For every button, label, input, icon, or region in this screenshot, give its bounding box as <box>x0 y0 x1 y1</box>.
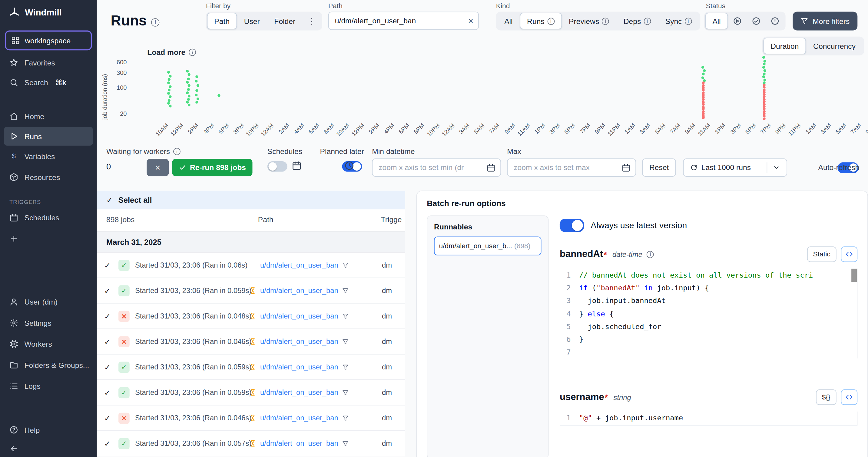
filter-by-path-icon[interactable] <box>342 440 349 447</box>
sidebar-item-folders-groups[interactable]: Folders & Groups... <box>0 354 97 375</box>
run-dot-success[interactable] <box>186 70 189 73</box>
run-dot-success[interactable] <box>187 73 190 76</box>
run-dot-failure[interactable] <box>702 117 705 119</box>
row-checkbox[interactable] <box>104 439 119 448</box>
run-dot-success[interactable] <box>764 69 766 72</box>
select-all-row[interactable]: Select all <box>97 191 405 209</box>
run-dot-success[interactable] <box>187 104 190 106</box>
filter-by-user-button[interactable]: User <box>237 13 267 29</box>
run-dot-success[interactable] <box>187 88 190 91</box>
status-all-button[interactable]: All <box>705 13 728 29</box>
filter-by-path-button[interactable]: Path <box>207 13 237 29</box>
select-all-checkbox[interactable] <box>106 196 113 204</box>
run-dot-success[interactable] <box>196 89 198 92</box>
run-dot-success[interactable] <box>764 60 766 62</box>
run-dot-success[interactable] <box>169 105 172 107</box>
code-editor-toggle-button[interactable] <box>841 390 858 405</box>
collapse-sidebar-button[interactable] <box>0 440 97 457</box>
app-logo[interactable]: Windmill <box>0 0 97 24</box>
run-dot-success[interactable] <box>186 81 189 83</box>
calendar-icon[interactable] <box>487 163 495 172</box>
bannedat-code-editor[interactable]: 1234567 // bannedAt does not exist on al… <box>560 268 858 359</box>
sidebar-item-home[interactable]: Home <box>0 106 97 127</box>
reset-button[interactable]: Reset <box>642 159 676 177</box>
sidebar-item-help[interactable]: Help <box>0 420 97 440</box>
run-path-link[interactable]: u/dm/alert_on_user_ban <box>260 286 338 294</box>
add-trigger-button[interactable] <box>0 228 97 249</box>
run-dot-success[interactable] <box>702 76 704 79</box>
code-lines[interactable]: // bannedAt does not exist on all versio… <box>579 268 857 359</box>
rerun-jobs-button[interactable]: Re-run 898 jobs <box>172 159 253 176</box>
run-dot-success[interactable] <box>167 71 170 74</box>
run-dot-success[interactable] <box>763 63 766 65</box>
tab-concurrency[interactable]: Concurrency <box>806 37 863 54</box>
sidebar-item-logs[interactable]: Logs <box>0 375 97 396</box>
clear-path-filter-button[interactable] <box>468 16 473 26</box>
kind-previews-button[interactable]: Previews <box>561 13 616 29</box>
kind-deps-button[interactable]: Deps <box>616 13 658 29</box>
latest-version-toggle[interactable] <box>560 219 584 232</box>
row-checkbox[interactable] <box>104 413 119 422</box>
run-dot-success[interactable] <box>168 99 170 102</box>
kind-runs-button[interactable]: Runs <box>520 13 561 29</box>
run-row[interactable]: Started 31/03, 23:06 (Ran in 0.059s) u/d… <box>97 278 405 304</box>
run-dot-success[interactable] <box>195 94 198 96</box>
path-filter-input[interactable] <box>334 16 465 25</box>
kind-all-button[interactable]: All <box>497 13 520 29</box>
sidebar-item-search[interactable]: Search ⌘k <box>0 73 97 92</box>
run-dot-success[interactable] <box>186 91 189 94</box>
run-row[interactable]: Started 31/03, 23:06 (Ran in 0.046s) u/d… <box>97 405 405 431</box>
status-success-button[interactable] <box>747 13 766 29</box>
run-dot-success[interactable] <box>763 73 766 75</box>
code-editor-toggle-button[interactable] <box>841 247 858 262</box>
filter-more-kebab-button[interactable] <box>303 13 321 29</box>
row-checkbox[interactable] <box>104 388 119 397</box>
run-dot-success[interactable] <box>196 85 199 87</box>
run-dot-success[interactable] <box>703 69 706 72</box>
run-dot-success[interactable] <box>168 88 170 91</box>
run-path-link[interactable]: u/dm/alert_on_user_ban <box>260 312 338 320</box>
run-path-link[interactable]: u/dm/alert_on_user_ban <box>260 261 338 269</box>
run-dot-success[interactable] <box>187 95 190 97</box>
sidebar-item-runs[interactable]: Runs <box>4 127 93 146</box>
filter-by-folder-button[interactable]: Folder <box>267 13 303 29</box>
run-dot-success[interactable] <box>764 79 766 81</box>
calendar-icon[interactable] <box>622 163 630 172</box>
calendar-icon[interactable] <box>292 161 302 171</box>
runs-info-icon[interactable] <box>151 18 159 26</box>
template-string-button[interactable]: ${} <box>816 390 837 405</box>
sidebar-item-user[interactable]: User (dm) <box>0 291 97 312</box>
run-dot-success[interactable] <box>167 82 170 84</box>
run-dot-success[interactable] <box>169 75 172 77</box>
run-dot-failure[interactable] <box>763 100 766 103</box>
status-failure-button[interactable] <box>766 13 784 29</box>
runnable-item[interactable]: u/dm/alert_on_user_b... (898) <box>434 236 541 255</box>
sidebar-item-settings[interactable]: Settings <box>0 312 97 333</box>
last-runs-dropdown[interactable]: Last 1000 runs <box>683 159 787 177</box>
clock-icon[interactable] <box>344 161 354 171</box>
run-dot-success[interactable] <box>217 94 220 97</box>
run-dot-success[interactable] <box>702 73 705 76</box>
run-dot-success[interactable] <box>187 77 190 80</box>
run-row[interactable]: Started 31/03, 23:06 (Ran in 0.046s) u/d… <box>97 329 405 354</box>
run-dot-failure[interactable] <box>702 89 705 91</box>
run-path-link[interactable]: u/dm/alert_on_user_ban <box>260 363 338 371</box>
run-row[interactable]: Started 31/03, 23:06 (Ran in 0.059s) u/d… <box>97 354 405 380</box>
sidebar-item-workers[interactable]: Workers <box>0 333 97 354</box>
status-running-button[interactable] <box>728 13 747 29</box>
row-checkbox[interactable] <box>104 312 119 320</box>
run-dot-failure[interactable] <box>763 118 766 120</box>
run-dot-success[interactable] <box>196 97 199 100</box>
clear-selection-button[interactable] <box>147 159 169 176</box>
run-dot-success[interactable] <box>169 85 172 88</box>
more-filters-button[interactable]: More filters <box>793 11 857 30</box>
run-path-link[interactable]: u/dm/alert_on_user_ban <box>260 337 338 345</box>
schedules-toggle[interactable] <box>268 161 287 172</box>
filter-by-path-icon[interactable] <box>342 364 349 370</box>
run-dot-success[interactable] <box>762 76 765 78</box>
run-path-link[interactable]: u/dm/alert_on_user_ban <box>260 414 338 422</box>
row-checkbox[interactable] <box>104 363 119 371</box>
info-icon[interactable] <box>647 251 654 258</box>
run-row[interactable]: Started 31/03, 23:06 (Ran in 0.048s) u/d… <box>97 304 405 329</box>
static-button[interactable]: Static <box>807 247 836 262</box>
